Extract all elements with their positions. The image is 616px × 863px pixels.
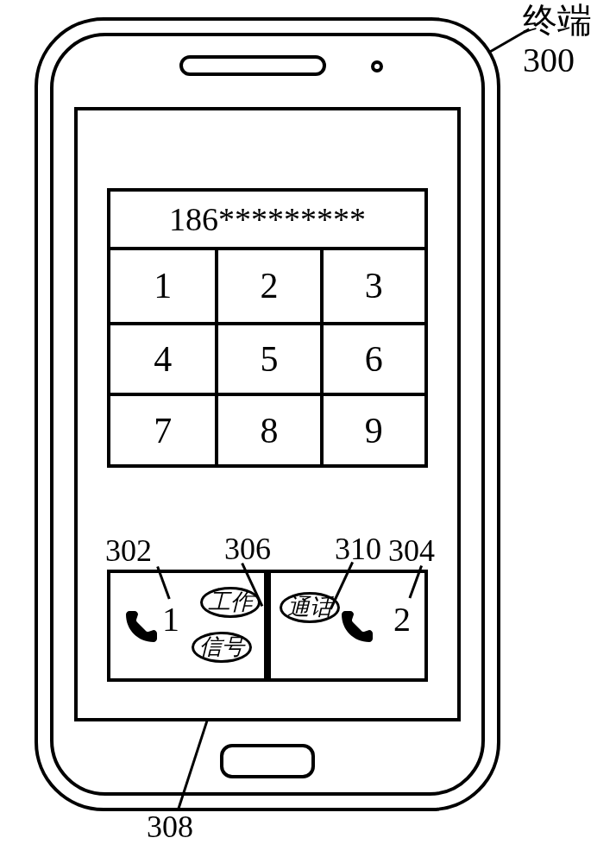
key-2[interactable]: 2 bbox=[215, 250, 319, 322]
front-camera bbox=[371, 60, 383, 72]
ref-304: 304 bbox=[388, 535, 435, 566]
speaker-grill bbox=[179, 55, 326, 76]
sim2-number: 2 bbox=[393, 599, 411, 639]
home-button[interactable] bbox=[220, 744, 315, 778]
terminal-label: 终端 bbox=[523, 3, 592, 38]
dialed-number-display: 186********* bbox=[107, 188, 428, 250]
key-4[interactable]: 4 bbox=[110, 322, 215, 394]
phone-icon bbox=[119, 608, 160, 649]
key-1[interactable]: 1 bbox=[110, 250, 215, 322]
sim2-call-button[interactable]: 2 通话 bbox=[264, 570, 428, 682]
ref-302: 302 bbox=[105, 535, 152, 566]
ref-300: 300 bbox=[523, 43, 575, 78]
phone-icon bbox=[335, 608, 376, 649]
key-5[interactable]: 5 bbox=[215, 322, 319, 394]
key-6[interactable]: 6 bbox=[320, 322, 424, 394]
key-9[interactable]: 9 bbox=[320, 393, 424, 464]
sim1-number: 1 bbox=[162, 599, 179, 639]
ref-310: 310 bbox=[335, 533, 381, 564]
sim1-tag-signal: 信号 bbox=[192, 632, 252, 663]
ref-306: 306 bbox=[224, 533, 271, 564]
dial-keypad: 1 2 3 4 5 6 7 8 9 bbox=[107, 250, 428, 468]
screen: 186********* 1 2 3 4 5 6 7 8 9 1 工作 信号 bbox=[74, 107, 461, 721]
key-8[interactable]: 8 bbox=[215, 393, 319, 464]
key-3[interactable]: 3 bbox=[320, 250, 424, 322]
key-7[interactable]: 7 bbox=[110, 393, 215, 464]
phone-body: 186********* 1 2 3 4 5 6 7 8 9 1 工作 信号 bbox=[35, 17, 500, 811]
sim1-tag-work: 工作 bbox=[200, 587, 261, 618]
ref-308: 308 bbox=[147, 811, 193, 842]
sim1-call-button[interactable]: 1 工作 信号 bbox=[107, 570, 271, 682]
